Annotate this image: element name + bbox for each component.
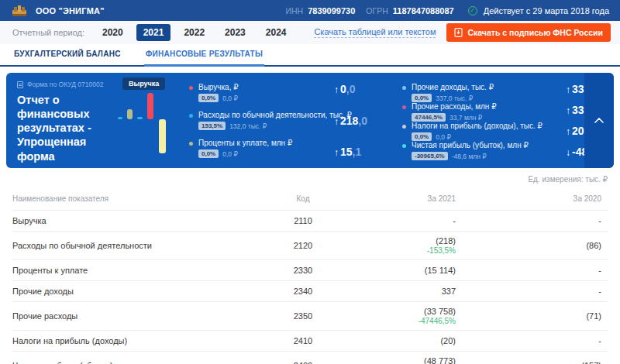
down-arrow-icon: ↓	[566, 147, 570, 158]
metric-label: Налоги на прибыль (доходы), тыс. ₽	[412, 122, 542, 131]
company-status: Действует с 29 марта 2018 года	[484, 6, 609, 15]
col-header-code: Код	[260, 194, 346, 203]
metric-dot	[189, 114, 193, 118]
metric-item: Налоги на прибыль (доходы), тыс. ₽ 0,0% …	[402, 122, 561, 141]
form-icon	[17, 81, 23, 88]
up-arrow-icon: ↑	[566, 105, 570, 116]
row-2020-value: -	[462, 336, 608, 345]
row-2020-value: -	[462, 266, 608, 275]
row-code: 2410	[260, 336, 346, 345]
up-arrow-icon: ↑	[334, 84, 339, 95]
row-2021-value: (48 773)	[346, 356, 456, 364]
report-title: Отчет о финансовых результатах - Упрощен…	[17, 93, 115, 163]
row-name: Расходы по обычной деятельности	[12, 241, 260, 250]
up-arrow-icon: ↑	[566, 84, 570, 95]
top-header: ООО "ЭНИГМА" ИНН 7839099730 ОГРН 1187847…	[0, 0, 620, 21]
metric-badge: 153,5%	[198, 122, 226, 130]
up-arrow-icon: ↑	[566, 126, 570, 137]
row-name: Проценты к уплате	[12, 266, 260, 275]
row-2021-value: (33 758)	[346, 307, 456, 316]
up-arrow-icon: ↑	[334, 116, 339, 127]
row-name: Прочие доходы	[12, 287, 260, 296]
row-2020-value: (71)	[462, 311, 608, 321]
panel-collapse-button[interactable]	[584, 73, 614, 168]
year-tab-2024[interactable]: 2024	[259, 24, 294, 41]
table-row: Прочие расходы 2350 (33 758)-47446,5% (7…	[12, 302, 608, 331]
row-code: 2340	[260, 287, 346, 296]
active-check-icon: ✓	[468, 6, 477, 15]
year-tab-2021[interactable]: 2021	[136, 24, 171, 41]
mini-chart: Выручка	[115, 74, 189, 160]
inn-label: ИНН	[285, 6, 303, 15]
year-tab-2023[interactable]: 2023	[218, 24, 253, 41]
row-code: 2350	[260, 311, 346, 321]
period-label: Отчетный период:	[12, 28, 84, 37]
chart-tooltip: Выручка	[122, 77, 165, 90]
download-fns-label: Скачать с подписью ФНС России	[467, 28, 603, 37]
row-code: 2110	[260, 216, 346, 225]
metric-badge: 0,0%	[198, 149, 219, 158]
row-2020-value: (86)	[462, 241, 608, 250]
period-bar: Отчетный период: 2020 2021 2022 2023 202…	[0, 21, 620, 44]
results-table: Наименование показателя Код За 2021 За 2…	[12, 187, 608, 364]
metric-label: Чистая прибыль (убыток), млн ₽	[412, 141, 529, 150]
col-header-name: Наименование показателя	[12, 194, 260, 203]
metric-label: Прочие расходы, млн ₽	[412, 102, 497, 112]
row-name: Выручка	[12, 216, 260, 225]
inn-value: 7839099730	[308, 6, 355, 15]
metric-delta: -48,6 млн ₽	[452, 153, 487, 160]
row-name: Налоги на прибыль (доходы)	[12, 336, 260, 345]
table-header: Наименование показателя Код За 2021 За 2…	[12, 187, 608, 211]
metric-label: Расходы по обычной деятельности, тыс. ₽	[198, 111, 352, 120]
row-name: Чистая прибыль (убыток)	[12, 361, 260, 364]
header-right: ИНН 7839099730 ОГРН 1187847088087 ✓ Дейс…	[285, 6, 609, 15]
row-2021-value: -	[346, 216, 456, 225]
company-name: ООО "ЭНИГМА"	[36, 6, 105, 15]
metric-item: Прочие доходы, тыс. ₽ 0,0% 337,0 тыс. ₽	[402, 83, 561, 102]
metric-dot	[402, 125, 406, 129]
metric-badge: 0,0%	[198, 94, 219, 102]
units-note: Ед. измерения: тыс. ₽	[0, 175, 608, 184]
row-2021-value: 337	[346, 287, 456, 296]
download-fns-button[interactable]: Скачать с подписью ФНС России	[446, 23, 611, 42]
table-row: Чистая прибыль (убыток) 2400 (48 773)-30…	[12, 352, 608, 364]
col-header-2020: За 2020	[462, 194, 608, 203]
table-row: Расходы по обычной деятельности 2120 (21…	[12, 232, 608, 260]
year-tab-2022[interactable]: 2022	[177, 24, 212, 41]
tab-financial-results[interactable]: ФИНАНСОВЫЕ РЕЗУЛЬТАТЫ	[144, 50, 264, 65]
table-row: Проценты к уплате 2330 (15 114) -	[12, 260, 608, 281]
values-left-column: ↑0,0 ↑218,0 ↑15,1	[334, 73, 382, 168]
metric-item: Расходы по обычной деятельности, тыс. ₽ …	[189, 111, 332, 130]
metric-badge: -30965,6%	[412, 152, 448, 160]
metric-value: ↑0,0	[334, 83, 382, 95]
metric-dot	[402, 144, 406, 148]
metric-item: Чистая прибыль (убыток), млн ₽ -30965,6%…	[402, 141, 561, 160]
okud-label: Форма по ОКУД 0710002	[27, 81, 103, 88]
metric-label: Выручка, ₽	[198, 83, 239, 92]
row-2020-value: (157)	[462, 361, 608, 364]
download-table-link[interactable]: Скачать таблицей или текстом	[314, 27, 436, 38]
year-tab-2020[interactable]: 2020	[95, 24, 130, 41]
metric-badge: 0,0%	[412, 94, 432, 102]
metric-delta: 0,0 ₽	[222, 150, 238, 158]
up-arrow-icon: ↑	[334, 147, 339, 158]
metric-dot	[189, 142, 193, 146]
metric-label: Проценты к уплате, млн ₽	[198, 139, 292, 148]
metric-dot	[402, 86, 406, 90]
tab-balance[interactable]: БУХГАЛТЕРСКИЙ БАЛАНС	[12, 50, 122, 65]
row-2021-value: (218)	[346, 236, 456, 246]
row-2021-percent: -153,5%	[346, 246, 456, 255]
chart-bar	[137, 117, 143, 119]
row-code: 2400	[260, 361, 346, 364]
row-2021-percent: -47446,5%	[346, 317, 456, 325]
row-2021-value: (15 114)	[346, 266, 456, 275]
metrics-right-column: Прочие доходы, тыс. ₽ 0,0% 337,0 тыс. ₽ …	[402, 73, 561, 168]
ogrn-value: 1187847088087	[393, 6, 454, 15]
metric-dot	[402, 105, 406, 109]
row-code: 2330	[260, 266, 346, 275]
chart-bar	[118, 117, 122, 119]
metric-dot	[189, 86, 193, 90]
metric-delta: 33,7 млн ₽	[450, 114, 482, 122]
metric-item: Прочие расходы, млн ₽ 47446,5% 33,7 млн …	[402, 102, 561, 122]
metric-badge: 47446,5%	[412, 113, 446, 122]
